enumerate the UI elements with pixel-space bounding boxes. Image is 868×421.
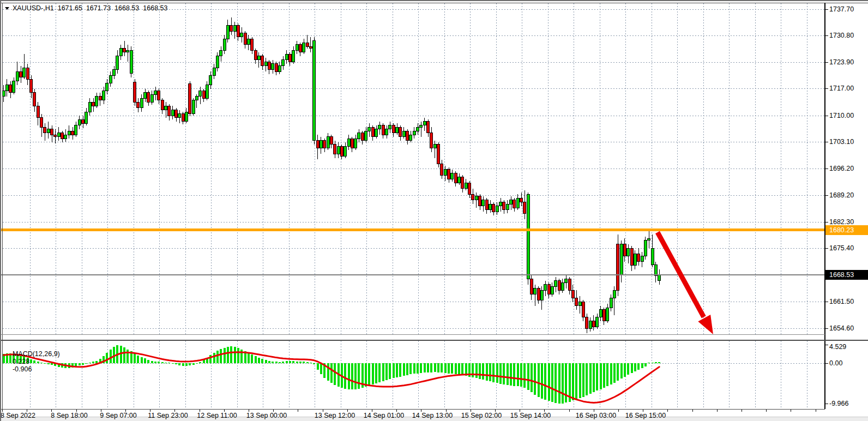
candle — [206, 85, 208, 99]
candle — [123, 49, 126, 52]
macd-histogram-bar — [492, 363, 495, 382]
macd-histogram-bar — [627, 363, 629, 375]
candle — [150, 94, 153, 102]
macd-histogram-bar — [582, 363, 584, 397]
macd-histogram-bar — [510, 363, 512, 386]
candle — [420, 125, 423, 128]
candle — [119, 49, 122, 56]
candle — [461, 177, 464, 189]
macd-histogram-bar — [272, 362, 274, 363]
candle — [247, 39, 250, 45]
macd-histogram-bar — [251, 354, 253, 363]
candle — [199, 91, 202, 97]
candle — [209, 75, 212, 85]
chart-canvas[interactable] — [1, 1, 868, 421]
macd-histogram-bar — [403, 363, 405, 376]
candle — [216, 56, 219, 68]
macd-histogram-bar — [289, 361, 291, 363]
time-axis-label: 11 Sep 23:00 — [148, 412, 188, 419]
candle — [561, 282, 564, 290]
candle — [540, 290, 543, 300]
candle — [23, 68, 26, 77]
candle — [327, 137, 329, 148]
candle — [330, 137, 333, 145]
macd-histogram-bar — [427, 363, 429, 372]
candle — [158, 91, 160, 100]
candle — [368, 127, 371, 131]
candle — [140, 98, 143, 108]
macd-histogram-bar — [220, 349, 222, 363]
candle — [620, 244, 623, 275]
candle — [527, 194, 529, 279]
macd-histogram-bar — [527, 363, 529, 390]
macd-histogram-bar — [126, 350, 129, 363]
candle — [602, 310, 605, 321]
macd-histogram-bar — [227, 347, 229, 363]
candle — [558, 281, 560, 291]
time-axis-label: 15 Sep 14:00 — [510, 412, 551, 419]
macd-histogram-bar — [558, 363, 560, 404]
candle — [654, 264, 657, 275]
candle — [637, 254, 640, 262]
macd-histogram-bar — [330, 363, 333, 383]
candle — [54, 135, 57, 137]
macd-histogram-bar — [123, 347, 125, 363]
price-axis-label: 1654.60 — [829, 324, 854, 333]
macd-histogram-bar — [393, 363, 395, 378]
macd-histogram-bar — [486, 363, 488, 381]
candle — [233, 26, 236, 32]
macd-histogram-bar — [455, 363, 457, 374]
candle — [544, 285, 547, 291]
price-axis-label: 1689.20 — [829, 191, 854, 200]
macd-histogram-bar — [637, 363, 640, 370]
macd-histogram-bar — [420, 363, 422, 373]
candle — [47, 129, 50, 133]
candle — [516, 198, 519, 208]
candle — [278, 66, 281, 72]
candle — [596, 317, 599, 327]
candle — [68, 131, 70, 135]
macd-histogram-bar — [203, 360, 205, 363]
macd-indicator-label: MACD(12,26,9) 0.228 -0.906 — [5, 342, 63, 381]
candle — [479, 196, 481, 206]
macd-histogram-bar — [92, 362, 94, 363]
candle — [586, 317, 588, 329]
candle — [396, 127, 399, 133]
macd-axis-label: -9.966 — [829, 400, 848, 408]
macd-histogram-bar — [275, 362, 278, 363]
candle — [568, 279, 571, 290]
candle — [57, 133, 60, 137]
candle — [223, 39, 226, 50]
macd-histogram-bar — [534, 363, 536, 395]
candle — [257, 56, 260, 60]
macd-axis-label: 0.00 — [829, 359, 842, 368]
candle — [492, 204, 495, 212]
candle — [296, 45, 298, 51]
chart-dropdown-icon[interactable] — [5, 7, 9, 10]
candle — [513, 200, 516, 208]
macd-histogram-bar — [255, 356, 257, 363]
candle — [26, 68, 29, 79]
candle — [275, 64, 278, 71]
candle — [351, 139, 353, 148]
candle — [171, 110, 174, 116]
candle — [485, 200, 488, 210]
symbol-timeframe-label: XAUUSD-,H1 — [13, 4, 54, 12]
macd-histogram-bar — [472, 363, 474, 377]
price-axis-label: 1696.20 — [829, 165, 854, 173]
macd-histogram-bar — [279, 362, 281, 363]
candle — [354, 139, 357, 148]
current-price-tag: 1668.53 — [825, 270, 868, 280]
macd-histogram-bar — [575, 363, 577, 399]
candle — [575, 298, 578, 306]
macd-histogram-bar — [523, 363, 526, 388]
candle — [530, 279, 533, 294]
candle — [406, 131, 409, 141]
macd-histogram-bar — [479, 363, 481, 379]
candle — [392, 125, 395, 133]
macd-signal-value: -0.906 — [13, 365, 32, 373]
price-axis-label: 1675.40 — [829, 244, 854, 252]
macd-histogram-bar — [258, 358, 260, 363]
quote-open: 1671.65 — [58, 4, 82, 12]
candle — [582, 302, 584, 317]
